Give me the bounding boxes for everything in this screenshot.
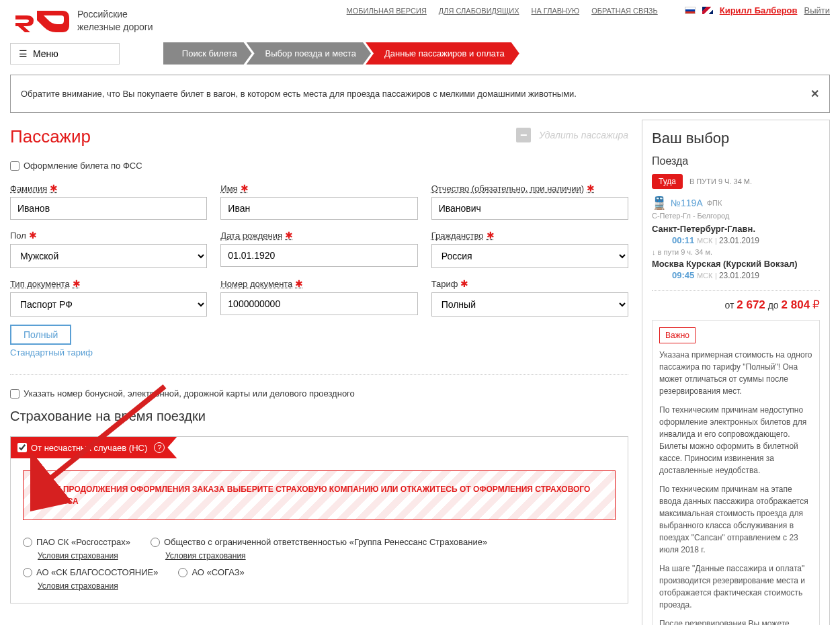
breadcrumb-search[interactable]: Поиск билета: [163, 42, 252, 65]
insurance-title: Страхование на время поездки: [10, 409, 628, 424]
arr-date: 23.01.2019: [719, 271, 759, 280]
minus-icon: −: [516, 128, 531, 142]
sex-label: Пол✱: [10, 230, 207, 241]
ins-rosgosstrakh-radio[interactable]: [23, 538, 32, 547]
dob-input[interactable]: [220, 244, 417, 267]
nav-home[interactable]: НА ГЛАВНУЮ: [532, 7, 580, 15]
user-link[interactable]: Кирилл Балберов: [720, 5, 798, 15]
train-icon: 🚆: [652, 196, 667, 210]
flag-en-icon[interactable]: [702, 7, 713, 14]
surname-input[interactable]: [10, 197, 207, 220]
arr-station: Москва Курская (Курский Вокзал): [652, 259, 820, 269]
breadcrumb-payment: Данные пассажиров и оплата: [366, 42, 519, 65]
delete-passenger: − Удалить пассажира: [516, 128, 628, 142]
nav-feedback[interactable]: ОБРАТНАЯ СВЯЗЬ: [591, 7, 658, 15]
notice-text: Обратите внимание, что Вы покупаете биле…: [21, 89, 577, 99]
important-p4: На шаге "Данные пассажира и оплата" прои…: [659, 562, 812, 611]
sidebar-trains: Поезда: [652, 155, 820, 167]
sex-select[interactable]: Мужской: [10, 244, 207, 268]
citizenship-label: Гражданство✱: [431, 230, 628, 241]
surname-label: Фамилия✱: [10, 183, 207, 194]
docnum-input[interactable]: [220, 292, 417, 315]
ins-terms-1[interactable]: Условия страхования: [38, 551, 130, 560]
menu-button[interactable]: Меню: [10, 43, 120, 65]
tariff-select[interactable]: Полный: [431, 292, 628, 317]
close-icon[interactable]: ✕: [810, 87, 819, 100]
route-short: С-Петер-Гл - Белгород: [652, 212, 820, 220]
ins-terms-3[interactable]: Условия страхования: [38, 581, 158, 591]
bonus-label: Указать номер бонусной, электронной, дор…: [24, 388, 355, 399]
ins-renaissance-radio[interactable]: [151, 538, 160, 547]
in-transit: ↓ в пути 9 ч. 34 м.: [652, 248, 820, 256]
nav-mobile[interactable]: МОБИЛЬНАЯ ВЕРСИЯ: [347, 7, 427, 15]
dob-label: Дата рождения✱: [220, 230, 417, 241]
site-name-2: железные дороги: [77, 21, 153, 33]
passenger-title: Пассажир: [10, 126, 91, 147]
insurance-checkbox[interactable]: [17, 443, 27, 452]
rzd-logo-icon: [10, 5, 71, 36]
travel-time: В ПУТИ 9 Ч. 34 М.: [689, 177, 752, 185]
patronymic-input[interactable]: [431, 197, 628, 220]
patronymic-label: Отчество (обязательно, при наличии)✱: [431, 183, 628, 194]
ins-terms-2[interactable]: Условия страхования: [165, 551, 487, 560]
important-tag: Важно: [659, 327, 696, 343]
logout-link[interactable]: Выйти: [804, 5, 831, 15]
ins-sogaz-radio[interactable]: [178, 568, 187, 577]
tariff-std-link[interactable]: Стандартный тариф: [10, 347, 93, 358]
carrier: ФПК: [707, 199, 722, 207]
dep-station: Санкт-Петербург-Главн.: [652, 224, 820, 234]
name-input[interactable]: [220, 197, 417, 220]
nav-blind[interactable]: ДЛЯ СЛАБОВИДЯЩИХ: [439, 7, 519, 15]
ins-blago-radio[interactable]: [23, 568, 32, 577]
fss-checkbox[interactable]: [10, 161, 19, 171]
doctype-select[interactable]: Паспорт РФ: [10, 292, 207, 317]
citizenship-select[interactable]: Россия: [431, 244, 628, 268]
breadcrumb-train[interactable]: Выбор поезда и места: [247, 42, 371, 65]
direction-badge: Туда: [652, 174, 683, 189]
price-range: от 2 672 до 2 804 ₽: [652, 290, 820, 312]
insurance-warning: ДЛЯ ПРОДОЛЖЕНИЯ ОФОРМЛЕНИЯ ЗАКАЗА ВЫБЕРИ…: [23, 470, 616, 520]
important-p5: После резервирования Вы можете отказатьс…: [659, 618, 812, 625]
dep-date: 23.01.2019: [719, 236, 759, 245]
bonus-checkbox[interactable]: [10, 389, 19, 399]
sidebar-title: Ваш выбор: [652, 130, 820, 147]
site-name-1: Российские: [77, 8, 153, 20]
dep-time: 00:11: [672, 235, 694, 245]
tariff-pill[interactable]: Полный: [10, 325, 71, 345]
important-p2: По техническим причинам недоступно оформ…: [659, 404, 812, 476]
docnum-label: Номер документа✱: [220, 278, 417, 289]
insurance-ribbon: От несчастных случаев (НС) ?: [11, 437, 177, 458]
arr-time: 09:45: [672, 270, 694, 280]
tariff-label: Тариф✱: [431, 278, 628, 289]
flag-ru-icon[interactable]: [685, 7, 696, 14]
fss-label: Оформление билета по ФСС: [24, 161, 142, 171]
important-p3: По техническим причинам на этапе ввода д…: [659, 483, 812, 556]
help-icon[interactable]: ?: [154, 442, 165, 453]
doctype-label: Тип документа✱: [10, 278, 207, 289]
name-label: Имя✱: [220, 183, 417, 194]
important-p1: Указана примерная стоимость на одного па…: [659, 349, 812, 397]
train-number[interactable]: №119А: [671, 198, 703, 208]
